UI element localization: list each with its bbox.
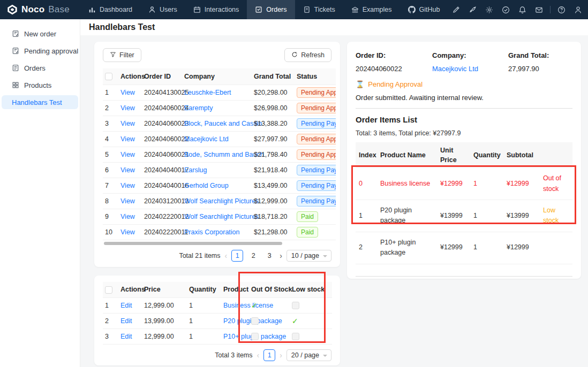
orders-card: Filter Refresh (94, 42, 340, 267)
mail-button[interactable] (531, 0, 547, 19)
next-page-icon[interactable]: › (280, 252, 282, 259)
sidebar-item-handlebars-test[interactable]: Handlebars Test (2, 95, 78, 109)
select-all-checkbox[interactable] (105, 73, 112, 80)
calendar-icon (193, 6, 201, 13)
quantity-cell: 1 (187, 329, 221, 345)
order-item-row: 2P10+ plugin package¥129991¥12999 (356, 232, 572, 264)
sidebar-item-pending-approval[interactable]: Pending approval (2, 44, 78, 58)
nav-item-github[interactable]: GitHub (400, 0, 448, 19)
view-link[interactable]: View (120, 197, 135, 205)
brush-button[interactable] (464, 0, 481, 19)
column-header-product-name: Product Name (377, 142, 437, 168)
filter-button[interactable]: Filter (103, 48, 141, 62)
scrollbar-thumb[interactable] (104, 242, 282, 245)
order-item-row: 0Business license¥129991¥12999Out of sto… (356, 168, 572, 200)
company-link[interactable]: Macejkovic Ltd (184, 135, 229, 143)
nav-item-dashboard[interactable]: Dashboard (80, 0, 140, 19)
column-header-status: Status (295, 68, 336, 85)
product-link[interactable]: Business license (223, 302, 273, 309)
nav-item-orders[interactable]: Orders (247, 0, 295, 19)
order-status-label: Pending Approval (368, 80, 423, 88)
checkbox-unchecked (292, 333, 299, 340)
company-link[interactable]: Bode, Schumm and Bauch (184, 151, 264, 158)
column-header-product: Product (221, 282, 249, 298)
chart-icon (88, 6, 96, 13)
view-link[interactable]: View (120, 213, 135, 220)
edit-link[interactable]: Edit (120, 302, 132, 309)
order-status: ⌛ Pending Approval (356, 80, 572, 88)
page-number-2[interactable]: 2 (247, 250, 259, 262)
check-icon: ✓ (251, 301, 258, 310)
order-id-cell: 202404060024 (142, 100, 182, 116)
sidebar-item-new-order[interactable]: New order (2, 27, 78, 41)
view-link[interactable]: View (120, 182, 135, 189)
profile-button[interactable] (570, 0, 586, 19)
status-badge: Pending Payment (297, 165, 336, 175)
view-link[interactable]: View (120, 135, 135, 143)
sidebar-item-products[interactable]: Products (2, 78, 78, 92)
order-row: 1View202404130025Leuschke-Ebert$20,298.0… (103, 85, 336, 100)
brand[interactable]: NocoBase (0, 0, 80, 19)
check-icon: ✓ (292, 317, 298, 325)
company-link[interactable]: Leuschke-Ebert (184, 89, 231, 96)
bank-icon (351, 6, 359, 13)
refresh-button[interactable]: Refresh (284, 48, 331, 62)
nav-item-examples[interactable]: Examples (343, 0, 400, 19)
order-id-cell: 202404130025 (142, 85, 182, 100)
row-index: 3 (103, 329, 118, 345)
horizontal-scrollbar[interactable] (103, 242, 331, 245)
company-link[interactable]: Macejkovic Ltd (432, 65, 478, 73)
hourglass-icon: ⌛ (356, 80, 364, 88)
grand-total-cell: $18,718.20 (252, 209, 295, 224)
view-link[interactable]: View (120, 104, 135, 112)
price-cell: 12,999.00 (142, 298, 187, 314)
check-circle-button[interactable] (497, 0, 514, 19)
orders-page-size-select[interactable]: 10 / page (287, 250, 331, 262)
edit-link[interactable]: Edit (120, 317, 132, 325)
next-page-icon[interactable]: › (280, 351, 282, 359)
pen-icon (452, 6, 460, 14)
view-link[interactable]: View (120, 151, 135, 158)
nav-item-tickets[interactable]: Tickets (295, 0, 343, 19)
help-circle-icon (557, 6, 566, 14)
nav-item-users[interactable]: Users (140, 0, 185, 19)
company-link[interactable]: Praxis Corporation (184, 228, 240, 236)
form-icon (12, 47, 19, 55)
prev-page-icon[interactable]: ‹ (225, 252, 228, 259)
view-link[interactable]: View (120, 228, 135, 236)
refresh-icon (291, 51, 298, 59)
row-index: 1 (103, 298, 118, 314)
products-page-size-select[interactable]: 20 / page (287, 349, 331, 361)
edit-link[interactable]: Edit (120, 333, 132, 340)
navbar-actions (448, 0, 588, 19)
company-link[interactable]: Wolf Searchlight Pictures (184, 213, 259, 220)
item-product-name: P10+ plugin package (377, 232, 437, 264)
nav-item-interactions[interactable]: Interactions (185, 0, 247, 19)
help-circle-button[interactable] (553, 0, 570, 19)
bell-button[interactable] (514, 0, 531, 19)
company-link[interactable]: Block, Paucek and Cassin (184, 120, 262, 127)
company-link[interactable]: Earslug (184, 166, 207, 174)
price-cell: 12,999.00 (142, 329, 187, 345)
select-all-checkbox[interactable] (105, 286, 112, 294)
view-link[interactable]: View (120, 89, 135, 96)
pen-button[interactable] (448, 0, 464, 19)
orders-table-viewport: Actions Order ID Company Grand Total Sta… (103, 68, 336, 240)
item-subtotal: ¥12999 (503, 232, 540, 264)
brush-icon (469, 6, 477, 14)
order-details-card: Order ID: 202404060022 Company: Macejkov… (347, 42, 581, 279)
column-header-low-stock: Low stock (290, 282, 332, 298)
sidebar-item-orders[interactable]: Orders (2, 61, 78, 75)
view-link[interactable]: View (120, 120, 135, 127)
company-link[interactable]: Gerhold Group (184, 182, 229, 189)
profile-icon (574, 6, 582, 14)
page-number-1[interactable]: 1 (231, 250, 243, 262)
order-id-cell: 202404060021 (142, 147, 182, 162)
page-number-1[interactable]: 1 (263, 349, 275, 361)
company-link[interactable]: Earempty (184, 104, 213, 112)
company-link[interactable]: Wolf Searchlight Pictures (184, 197, 259, 205)
gear-button[interactable] (481, 0, 497, 19)
view-link[interactable]: View (120, 166, 135, 174)
prev-page-icon[interactable]: ‹ (257, 351, 260, 359)
page-number-3[interactable]: 3 (263, 250, 275, 262)
